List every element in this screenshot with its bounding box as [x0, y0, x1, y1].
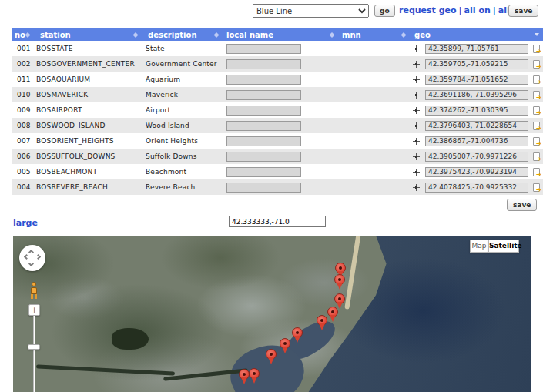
map-marker[interactable]	[335, 263, 346, 273]
cell-mnn	[340, 179, 412, 195]
geo-input[interactable]	[425, 106, 528, 116]
cell-geo	[412, 164, 543, 179]
geo-input[interactable]	[425, 152, 528, 162]
geo-crosshair-icon[interactable]	[413, 153, 420, 160]
sort-icon[interactable]	[214, 32, 219, 38]
geo-input[interactable]	[425, 90, 528, 100]
sort-icon[interactable]	[25, 32, 30, 38]
pan-right-icon[interactable]	[35, 254, 41, 260]
request-geo-link[interactable]: request geo	[399, 5, 457, 15]
geo-input[interactable]	[425, 183, 528, 193]
local-name-input[interactable]	[226, 121, 301, 131]
cell-geo	[412, 87, 543, 102]
map-marker[interactable]	[249, 368, 260, 379]
geo-crosshair-icon[interactable]	[413, 122, 420, 129]
save-button-bottom[interactable]: save	[507, 199, 537, 211]
geo-crosshair-icon[interactable]	[413, 92, 420, 99]
export-doc-icon[interactable]	[533, 106, 540, 115]
header-mnn[interactable]: mnn	[340, 28, 412, 41]
line-select[interactable]: Blue Line	[253, 4, 369, 18]
geo-input[interactable]	[425, 44, 528, 54]
sort-icon[interactable]	[133, 32, 138, 38]
cell-local-name	[225, 41, 340, 56]
cell-local-name	[225, 179, 340, 195]
geo-crosshair-icon[interactable]	[413, 76, 420, 83]
header-station[interactable]: station	[32, 28, 144, 41]
cell-description: Suffolk Downs	[144, 149, 225, 164]
map-center-input[interactable]	[229, 216, 326, 227]
table-row: 009BOSAIRPORTAirport	[12, 102, 543, 118]
cell-description: Wood Island	[144, 118, 225, 133]
map-marker[interactable]	[334, 293, 345, 304]
map-canvas[interactable]: + Map Satellite	[13, 236, 531, 392]
zoom-slider-track[interactable]	[33, 316, 35, 392]
geo-crosshair-icon[interactable]	[413, 107, 420, 114]
table-body: 001BOSSTATEState002BOSGOVERNMENT_CENTERG…	[12, 41, 543, 195]
pegman-icon[interactable]	[29, 282, 39, 299]
map-marker[interactable]	[280, 338, 290, 349]
pan-left-icon[interactable]	[24, 254, 29, 260]
local-name-input[interactable]	[226, 90, 301, 100]
link-separator: |	[457, 5, 464, 15]
zoom-slider-handle[interactable]	[28, 344, 40, 350]
export-doc-icon[interactable]	[533, 183, 540, 192]
sort-icon[interactable]	[330, 32, 334, 38]
cell-description: Beachmont	[144, 164, 225, 179]
local-name-input[interactable]	[226, 106, 301, 116]
cell-geo	[412, 149, 543, 164]
map-marker[interactable]	[334, 274, 345, 285]
local-name-input[interactable]	[226, 183, 301, 193]
large-link[interactable]: large	[13, 218, 38, 228]
geo-crosshair-icon[interactable]	[413, 184, 420, 191]
local-name-input[interactable]	[226, 59, 301, 69]
geo-crosshair-icon[interactable]	[413, 138, 420, 145]
export-doc-icon[interactable]	[533, 75, 540, 84]
cell-no: 010	[12, 87, 32, 102]
geo-crosshair-icon[interactable]	[413, 45, 420, 52]
export-doc-icon[interactable]	[533, 60, 540, 69]
map-type-satellite-button[interactable]: Satellite	[488, 240, 519, 253]
geo-input[interactable]	[425, 121, 528, 131]
header-local-name[interactable]: local name	[225, 28, 340, 41]
save-button-top[interactable]: save	[508, 5, 538, 17]
pan-down-icon[interactable]	[28, 261, 34, 266]
geo-input[interactable]	[425, 136, 528, 146]
map-marker[interactable]	[266, 349, 277, 360]
geo-input[interactable]	[425, 167, 528, 177]
geo-crosshair-icon[interactable]	[413, 169, 420, 176]
pan-up-icon[interactable]	[28, 250, 34, 255]
local-name-input[interactable]	[226, 136, 301, 146]
header-description[interactable]: description	[144, 28, 225, 41]
map-marker[interactable]	[292, 327, 303, 338]
local-name-input[interactable]	[226, 75, 301, 85]
geo-menu-arrow-icon[interactable]	[535, 33, 539, 36]
pan-control[interactable]	[19, 245, 45, 271]
export-doc-icon[interactable]	[533, 91, 540, 99]
export-doc-icon[interactable]	[533, 137, 540, 146]
local-name-input[interactable]	[226, 152, 301, 162]
all-on-link[interactable]: all on	[464, 5, 491, 15]
map-marker[interactable]	[327, 307, 338, 317]
export-doc-icon[interactable]	[533, 45, 540, 53]
go-button[interactable]: go	[374, 5, 395, 17]
map-marker[interactable]	[317, 315, 327, 326]
local-name-input[interactable]	[226, 167, 301, 177]
geo-crosshair-icon[interactable]	[413, 61, 420, 68]
zoom-in-button[interactable]: +	[28, 304, 40, 316]
export-doc-icon[interactable]	[533, 152, 540, 161]
cell-mnn	[340, 72, 412, 87]
geo-input[interactable]	[425, 59, 528, 69]
local-name-input[interactable]	[226, 44, 301, 54]
map-marker[interactable]	[239, 369, 250, 380]
export-doc-icon[interactable]	[533, 168, 540, 176]
map-type-map-button[interactable]: Map	[470, 240, 488, 253]
sort-icon[interactable]	[401, 32, 406, 38]
header-no[interactable]: no	[12, 28, 32, 41]
table-row: 004BOSREVERE_BEACHRevere Beach	[12, 179, 543, 195]
map-river	[36, 364, 175, 375]
cell-mnn	[340, 56, 412, 72]
export-doc-icon[interactable]	[533, 122, 540, 130]
table-header: no station description local name mnn ge…	[12, 28, 543, 41]
geo-input[interactable]	[425, 75, 528, 85]
header-geo[interactable]: geo	[412, 28, 543, 41]
